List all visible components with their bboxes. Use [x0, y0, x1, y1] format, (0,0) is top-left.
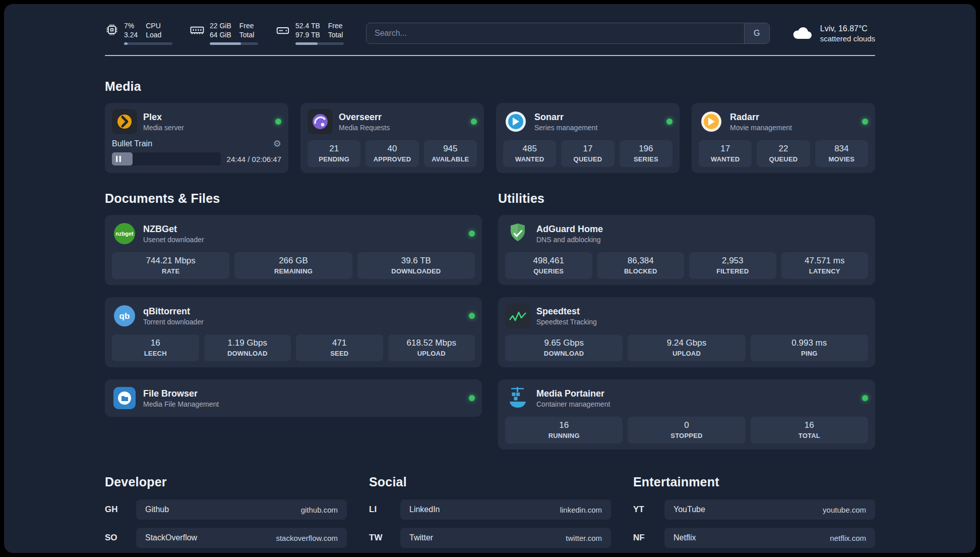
stat-upload: 618.52 Mbps UPLOAD [388, 335, 475, 361]
bookmark-netflix: NF Netflix netflix.com [633, 528, 875, 548]
stat-queries: 498,461 QUERIES [505, 252, 592, 279]
app-name: Media Portainer [536, 388, 610, 399]
app-card-sonarr[interactable]: Sonarr Series management 485 WANTED 17 Q… [496, 103, 680, 173]
cpu-label-2: Load [146, 30, 161, 39]
section-entertainment: Entertainment YT YouTube youtube.com NF … [633, 475, 875, 553]
bookmark-abbr: YT [633, 505, 661, 515]
plex-icon [112, 109, 137, 134]
disk-label-1: Free [328, 21, 343, 30]
app-card-radarr[interactable]: Radarr Movie management 17 WANTED 22 QUE… [692, 103, 875, 173]
cloud-icon [792, 26, 814, 41]
cpu-icon [105, 23, 119, 37]
cpu-label-1: CPU [146, 21, 161, 30]
weather-widget: Lviv, 16.87°C scattered clouds [792, 23, 875, 43]
stat-download: 9.65 Gbps DOWNLOAD [505, 335, 623, 361]
cpu-monitor: 7% 3.24 CPU Load [105, 21, 172, 45]
app-card-speedtest[interactable]: Speedtest Speedtest Tracking 9.65 Gbps D… [498, 297, 875, 367]
app-card-portainer[interactable]: Media Portainer Container management 16 … [498, 379, 875, 450]
section-documents: Documents & Files nzbget NZBGet Usenet d… [105, 191, 482, 450]
stat-pending: 21 PENDING [308, 140, 360, 167]
bookmark-link-github[interactable]: Github github.com [136, 499, 347, 520]
svg-text:qb: qb [119, 311, 130, 321]
ram-monitor: 22 GiB 64 GiB Free Total [190, 21, 258, 45]
stat-blocked: 86,384 BLOCKED [597, 252, 685, 279]
sonarr-icon [503, 109, 528, 134]
app-subtitle: Torrent downloader [143, 318, 204, 326]
bookmark-link-stackoverflow[interactable]: StackOverflow stackoverflow.com [136, 528, 347, 548]
stat-series: 196 SERIES [620, 140, 672, 167]
bookmark-github: GH Github github.com [105, 499, 347, 520]
stat-downloaded: 39.6 TB DOWNLOADED [357, 252, 475, 279]
bookmark-linkedin: LI LinkedIn linkedin.com [369, 499, 611, 520]
weather-location: Lviv, 16.87°C [820, 23, 875, 34]
stat-queued: 17 QUEUED [561, 140, 614, 167]
section-title-social: Social [369, 475, 611, 489]
stat-latency: 47.571 ms LATENCY [781, 252, 869, 279]
disk-usage-bar [295, 42, 344, 45]
section-title-documents: Documents & Files [105, 191, 482, 206]
now-playing-title: Bullet Train [112, 139, 152, 148]
filebrowser-icon [112, 385, 137, 411]
app-card-nzbget[interactable]: nzbget NZBGet Usenet downloader 744.21 M… [105, 215, 482, 285]
pause-icon[interactable] [116, 156, 121, 162]
ram-icon [190, 23, 205, 38]
status-dot [469, 313, 475, 319]
app-subtitle: DNS and adblocking [536, 236, 603, 244]
radarr-icon [699, 109, 724, 134]
stat-queued: 22 QUEUED [757, 140, 810, 167]
bookmark-abbr: GH [105, 505, 133, 515]
section-title-developer: Developer [105, 475, 347, 489]
status-dot [275, 119, 281, 125]
topbar: 7% 3.24 CPU Load [105, 21, 875, 45]
app-card-adguard[interactable]: AdGuard Home DNS and adblocking 498,461 … [498, 215, 875, 285]
stat-movies: 834 MOVIES [815, 140, 868, 167]
svg-text:nzbget: nzbget [115, 231, 134, 237]
gear-icon[interactable]: ⚙ [273, 139, 281, 148]
nzbget-icon: nzbget [112, 221, 137, 246]
app-card-qbittorrent[interactable]: qb qBittorrent Torrent downloader 16 LEE… [105, 297, 482, 367]
search-bar: G [366, 23, 770, 44]
stat-ping: 0.993 ms PING [751, 335, 868, 361]
app-card-plex[interactable]: Plex Media server Bullet Train ⚙ [105, 103, 288, 173]
speedtest-icon [505, 303, 530, 328]
disk-total: 97.9 TB [295, 30, 320, 39]
app-card-filebrowser[interactable]: File Browser Media File Management [105, 379, 482, 417]
stat-seed: 471 SEED [296, 335, 383, 361]
stat-approved: 40 APPROVED [365, 140, 418, 167]
search-input[interactable] [366, 23, 744, 43]
app-card-overseerr[interactable]: Overseerr Media Requests 21 PENDING 40 A… [300, 103, 484, 173]
ram-label-2: Total [239, 30, 255, 39]
stat-available: 945 AVAILABLE [424, 140, 477, 167]
ram-free: 22 GiB [210, 21, 231, 30]
bookmark-link-youtube[interactable]: YouTube youtube.com [664, 499, 875, 520]
stat-wanted: 17 WANTED [699, 140, 752, 167]
app-name: Radarr [730, 112, 792, 123]
bookmark-link-netflix[interactable]: Netflix netflix.com [664, 528, 875, 548]
status-dot [469, 395, 475, 401]
topbar-divider [105, 55, 875, 56]
disk-icon [275, 23, 290, 38]
ram-label-1: Free [239, 21, 254, 30]
playback-progress-bar[interactable] [112, 152, 221, 165]
cpu-usage-bar [124, 42, 172, 45]
adguard-icon [505, 221, 530, 246]
status-dot [862, 395, 868, 401]
app-subtitle: Media File Management [143, 400, 219, 408]
app-subtitle: Usenet downloader [143, 236, 204, 244]
bookmark-abbr: TW [369, 533, 397, 543]
bookmark-link-twitter[interactable]: Twitter twitter.com [400, 528, 611, 548]
stat-leech: 16 LEECH [112, 335, 199, 361]
app-subtitle: Speedtest Tracking [536, 318, 597, 326]
app-name: Sonarr [534, 112, 597, 123]
dashboard: 7% 3.24 CPU Load [4, 4, 976, 553]
status-dot [469, 231, 475, 237]
app-subtitle: Movie management [730, 124, 792, 132]
status-dot [862, 119, 868, 125]
bookmark-link-linkedin[interactable]: LinkedIn linkedin.com [400, 499, 611, 520]
stat-upload: 9.24 Gbps UPLOAD [628, 335, 745, 361]
stat-download: 1.19 Gbps DOWNLOAD [204, 335, 291, 361]
search-engine-button[interactable]: G [744, 23, 769, 43]
stat-wanted: 485 WANTED [503, 140, 556, 167]
stat-remaining: 266 GB REMAINING [234, 252, 352, 279]
app-subtitle: Series management [534, 124, 597, 132]
